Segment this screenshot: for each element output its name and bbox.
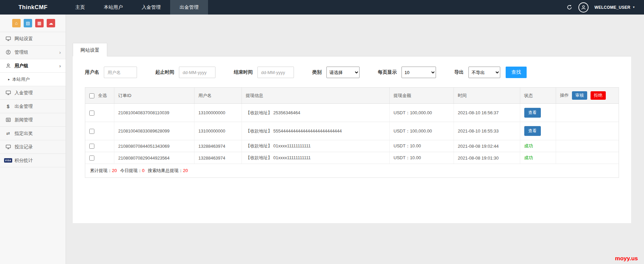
sidebar-item-label: 投注记录 (15, 144, 33, 150)
summary-label: 累计提现： (90, 168, 112, 173)
sidebar: ⌂ ▤ ▦ ☁ 网站设置 管理组 › 用户组 › ▸ 本站用户 (0, 15, 66, 264)
order-id-cell: 210810040837008110039 (114, 104, 194, 122)
approve-button[interactable]: 审核 (572, 91, 587, 100)
refresh-icon[interactable] (567, 4, 572, 10)
user-circle-icon (5, 50, 12, 55)
nav-item-withdraw-management[interactable]: 出金管理 (170, 0, 208, 15)
reject-button[interactable]: 拒绝 (591, 91, 606, 100)
row-check-cell (85, 152, 114, 164)
file-quick-button[interactable]: ▤ (24, 19, 32, 27)
export-select[interactable]: 不导出 (468, 67, 500, 78)
row-checkbox[interactable] (89, 111, 94, 116)
username-cell: 13288463974 (194, 152, 242, 164)
tab-bar: 网站设置 (73, 43, 631, 56)
sidebar-item-points-statistics[interactable]: VISA 积分统计 (0, 154, 66, 167)
summary-label: 搜索结果总提现： (148, 168, 183, 173)
view-button[interactable]: 查看 (524, 108, 541, 118)
category-select[interactable]: 请选择 (326, 67, 360, 78)
sidebar-item-deposit-management[interactable]: 入金管理 (0, 86, 66, 100)
sidebar-item-label: 出金管理 (15, 103, 33, 110)
row-checkbox[interactable] (89, 155, 94, 161)
sidebar-item-site-users[interactable]: ▸ 本站用户 (0, 73, 66, 86)
triangle-right-icon: ▸ (8, 77, 10, 81)
row-checkbox[interactable] (89, 144, 94, 149)
select-all-cell: 全选 (85, 88, 114, 104)
header-amount: 提现金额 (389, 88, 454, 104)
monitor-icon (5, 90, 12, 95)
main-content: 网站设置 用户名 起止时间 结束时间 类别 请选择 (66, 43, 644, 223)
actions-cell (556, 104, 619, 122)
amount-cell: USDT：10.00 (389, 152, 454, 164)
table-row: 210808070844051343069 13288463974 【收款地址】… (85, 140, 619, 152)
status-cell: 成功 (520, 140, 556, 152)
sidebar-item-site-settings[interactable]: 网站设置 (0, 32, 66, 46)
quick-toolbar: ⌂ ▤ ▦ ☁ (0, 15, 66, 32)
navbar-right: WELCOME_USER ▼ (567, 0, 644, 15)
amount-cell: USDT：100,000.00 (389, 122, 454, 140)
withdrawals-table: 全选 订单ID 用户名 提现信息 提现金额 时间 状态 操作 审核 拒绝 (85, 87, 619, 178)
swap-arrows-icon: ⇄ (5, 131, 12, 136)
user-icon (5, 63, 12, 68)
grid-quick-button[interactable]: ▦ (35, 19, 44, 27)
withdraw-info-cell: 【收款地址】 01xxxx11111111111 (242, 140, 389, 152)
nav-item-site-users[interactable]: 本站用户 (94, 0, 132, 15)
sidebar-item-admin-group[interactable]: 管理组 › (0, 46, 66, 59)
nav-item-home[interactable]: 主页 (66, 0, 94, 15)
sidebar-menu: 网站设置 管理组 › 用户组 › ▸ 本站用户 入金管理 $ (0, 32, 66, 167)
sidebar-item-news-management[interactable]: 新闻管理 (0, 113, 66, 127)
header-actions: 操作 审核 拒绝 (556, 88, 619, 104)
sidebar-item-label: 新闻管理 (15, 117, 33, 123)
table-row: 210810040833089628099 13100000000 【收款地址】… (85, 122, 619, 140)
nav-item-deposit-management[interactable]: 入金管理 (132, 0, 170, 15)
select-all-checkbox[interactable] (89, 93, 94, 98)
sidebar-item-withdraw-management[interactable]: $ 出金管理 (0, 100, 66, 113)
export-label: 导出 (454, 69, 464, 75)
home-quick-button[interactable]: ⌂ (12, 19, 21, 27)
username-cell: 13100000000 (194, 122, 242, 140)
file-icon: ▤ (26, 21, 30, 26)
per-page-select[interactable]: 10 (401, 67, 436, 78)
row-checkbox[interactable] (89, 129, 94, 134)
main-nav: 主页 本站用户 入金管理 出金管理 (66, 0, 208, 15)
time-cell: 2021-08-10 16:55:33 (454, 122, 520, 140)
username-input[interactable] (104, 67, 137, 78)
welcome-text: WELCOME_USER (595, 5, 630, 10)
sidebar-item-label: 入金管理 (15, 90, 33, 96)
start-time-input[interactable] (179, 67, 215, 78)
home-icon: ⌂ (15, 21, 18, 26)
order-id-cell: 210808070844051343069 (114, 140, 194, 152)
actions-cell (556, 152, 619, 164)
sidebar-item-designated-prize[interactable]: ⇄ 指定出奖 (0, 127, 66, 140)
sidebar-item-label: 本站用户 (12, 76, 30, 82)
user-menu[interactable]: WELCOME_USER ▼ (595, 5, 636, 10)
username-cell: 13288463974 (194, 140, 242, 152)
news-icon (5, 117, 12, 122)
order-id-cell: 210808070829044923564 (114, 152, 194, 164)
actions-label: 操作 (560, 93, 569, 98)
order-id-cell: 210810040833089628099 (114, 122, 194, 140)
actions-cell (556, 122, 619, 140)
sidebar-item-user-group[interactable]: 用户组 › (0, 59, 66, 73)
sidebar-item-bet-records[interactable]: 投注记录 (0, 140, 66, 154)
withdraw-info-cell: 【收款地址】 25356346464 (242, 104, 389, 122)
username-cell: 13100000000 (194, 104, 242, 122)
grid-icon: ▦ (37, 21, 41, 26)
status-cell: 查看 (520, 104, 556, 122)
dollar-icon: $ (5, 104, 12, 109)
table-row: 210808070829044923564 13288463974 【收款地址】… (85, 152, 619, 164)
watermark: moyy.us (615, 255, 638, 262)
summary-value: 0 (142, 168, 144, 173)
monitor-icon (5, 36, 12, 41)
end-time-input[interactable] (257, 67, 294, 78)
avatar[interactable] (578, 2, 589, 13)
caret-down-icon: ▼ (632, 6, 635, 9)
search-button[interactable]: 查找 (506, 67, 527, 78)
monitor-icon (5, 144, 12, 149)
header-time: 时间 (454, 88, 520, 104)
tab-site-settings[interactable]: 网站设置 (73, 43, 107, 56)
content-card: 用户名 起止时间 结束时间 类别 请选择 每页显示 10 (73, 56, 631, 223)
time-cell: 2021-08-10 16:56:37 (454, 104, 520, 122)
view-button[interactable]: 查看 (524, 126, 541, 136)
brand-logo[interactable]: ThinkCMF (0, 0, 66, 15)
cloud-quick-button[interactable]: ☁ (47, 19, 55, 27)
